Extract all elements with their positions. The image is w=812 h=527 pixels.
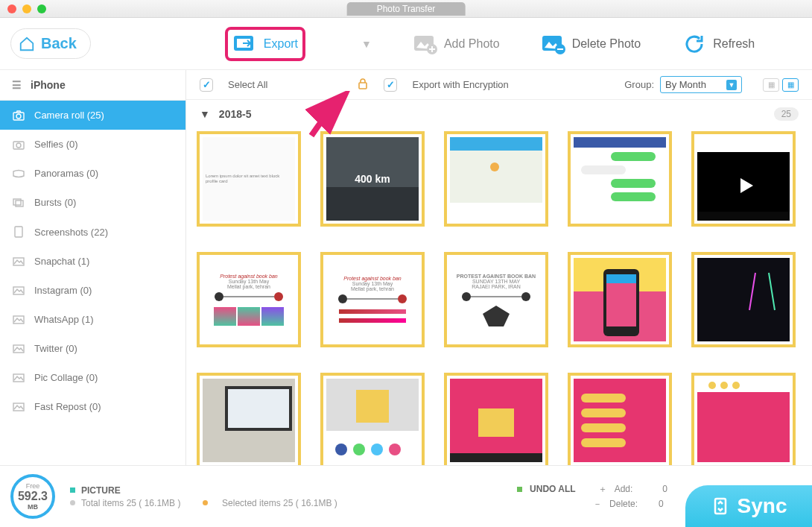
sidebar-item-bursts[interactable]: Bursts (0) xyxy=(0,188,185,217)
photo-thumb[interactable]: Lorem ipsum dolor sit amet text block pr… xyxy=(197,131,301,227)
minimize-icon[interactable] xyxy=(22,4,31,13)
dot-icon xyxy=(70,487,75,493)
thumb-km-label: 400 km xyxy=(355,173,390,185)
free-space-ring: Free 592.3 MB xyxy=(10,474,55,519)
sidebar-item-camera-roll[interactable]: Camera roll (25) xyxy=(0,101,185,130)
export-highlight: Export xyxy=(225,27,305,61)
add-label: Add: xyxy=(615,484,633,494)
svg-point-7 xyxy=(16,114,21,119)
export-dropdown-caret[interactable]: ▼ xyxy=(361,38,372,50)
photo-thumb[interactable] xyxy=(691,131,796,227)
delete-value: 0 xyxy=(659,499,664,509)
footer-stats-left: PICTURE Total items 25 ( 16.1MB ) Select… xyxy=(70,483,337,511)
sidebar-item-label: Twitter (0) xyxy=(34,343,77,354)
svg-point-22 xyxy=(490,162,499,171)
add-photo-button[interactable]: Add Photo xyxy=(413,33,500,55)
back-button[interactable]: Back xyxy=(10,28,91,59)
svg-point-56 xyxy=(371,444,383,455)
sidebar-item-screenshots[interactable]: Screenshots (22) xyxy=(0,217,185,247)
sidebar-item-twitter[interactable]: Twitter (0) xyxy=(0,334,185,363)
sync-button[interactable]: Sync xyxy=(685,485,812,527)
photo-thumb[interactable] xyxy=(444,373,548,465)
sidebar-item-piccollage[interactable]: Pic Collage (0) xyxy=(0,363,185,392)
sidebar-item-fastrepost[interactable]: Fast Repost (0) xyxy=(0,392,185,421)
photo-thumb[interactable] xyxy=(444,131,548,227)
encryption-label: Export with Encryption xyxy=(412,79,508,90)
view-large-icon[interactable]: ▦ xyxy=(763,78,779,92)
sidebar-device-header: ☰ iPhone xyxy=(0,70,185,101)
main-panel: Select All Export with Encryption Group:… xyxy=(186,70,812,465)
dot-icon xyxy=(203,500,208,505)
sidebar-item-selfies[interactable]: Selfies (0) xyxy=(0,130,185,159)
svg-point-54 xyxy=(335,444,347,455)
photo-thumb[interactable] xyxy=(568,131,672,227)
collapse-icon: ▼ xyxy=(200,108,210,120)
album-icon xyxy=(12,344,25,353)
photo-thumb[interactable]: PROTEST AGAINST BOOK BANSUNDAY 13TH MAYR… xyxy=(444,252,548,347)
svg-point-69 xyxy=(720,382,728,389)
svg-marker-41 xyxy=(483,306,510,326)
sidebar-item-instagram[interactable]: Instagram (0) xyxy=(0,276,185,305)
sync-icon xyxy=(711,496,730,516)
svg-rect-64 xyxy=(581,423,626,432)
photo-thumb[interactable] xyxy=(691,373,796,465)
svg-rect-29 xyxy=(697,137,790,152)
section-count: 25 xyxy=(774,107,799,121)
sidebar-item-label: Fast Repost (0) xyxy=(34,401,101,412)
undo-all-button[interactable]: UNDO ALL xyxy=(530,484,576,494)
delete-photo-button[interactable]: Delete Photo xyxy=(541,33,641,55)
footer-stats-right: UNDO ALL ＋ Add: 0 － Delete: 0 xyxy=(517,481,667,513)
photo-thumb[interactable]: 400 km xyxy=(320,131,425,227)
camera-icon xyxy=(12,110,25,121)
add-photo-label: Add Photo xyxy=(444,37,500,51)
traffic-lights xyxy=(7,4,46,13)
svg-rect-61 xyxy=(574,379,666,462)
svg-point-37 xyxy=(398,294,407,303)
close-icon[interactable] xyxy=(7,4,16,13)
sidebar-item-label: Screenshots (22) xyxy=(34,227,108,238)
photo-thumb[interactable] xyxy=(568,373,672,465)
photo-thumb[interactable]: Protest against book banSunday 13th MayM… xyxy=(320,252,425,347)
album-icon xyxy=(12,286,25,295)
svg-rect-52 xyxy=(356,390,389,423)
photo-thumb[interactable]: Protest against book banSunday 13th MayM… xyxy=(197,252,301,347)
select-all-checkbox[interactable] xyxy=(200,78,213,92)
encryption-checkbox[interactable] xyxy=(384,78,397,92)
sidebar-item-label: WhatsApp (1) xyxy=(34,314,93,325)
svg-rect-63 xyxy=(581,408,626,417)
group-select[interactable]: By Month ▼ xyxy=(660,76,742,93)
svg-rect-44 xyxy=(606,274,636,283)
sidebar-item-snapchat[interactable]: Snapchat (1) xyxy=(0,247,185,276)
svg-point-57 xyxy=(389,444,401,455)
device-icon: ☰ xyxy=(12,79,22,91)
svg-rect-23 xyxy=(450,203,542,221)
sidebar-item-whatsapp[interactable]: WhatsApp (1) xyxy=(0,305,185,334)
svg-rect-12 xyxy=(15,227,22,237)
photo-thumb[interactable] xyxy=(568,252,672,347)
export-button[interactable]: Export xyxy=(232,33,298,55)
svg-rect-20 xyxy=(450,137,542,151)
free-unit: MB xyxy=(28,503,38,511)
sidebar-item-panoramas[interactable]: Panoramas (0) xyxy=(0,159,185,188)
toolbar: Back Export ▼ Add Photo Delete Photo xyxy=(0,18,812,70)
svg-rect-62 xyxy=(581,394,626,403)
maximize-icon[interactable] xyxy=(37,4,46,13)
section-title: 2018-5 xyxy=(219,108,252,120)
photo-thumb[interactable] xyxy=(691,252,796,347)
photo-thumb[interactable] xyxy=(320,373,425,465)
free-label: Free xyxy=(26,482,40,490)
photo-grid[interactable]: Lorem ipsum dolor sit amet text block pr… xyxy=(186,128,812,465)
svg-point-40 xyxy=(521,292,530,301)
photo-thumb[interactable] xyxy=(197,373,301,465)
home-icon xyxy=(19,36,35,52)
total-items-label: Total items 25 ( 16.1MB ) xyxy=(81,498,180,508)
sidebar-item-label: Snapchat (1) xyxy=(34,256,89,267)
toolbar-actions: Export ▼ Add Photo Delete Photo Refresh xyxy=(225,27,755,61)
add-photo-icon xyxy=(413,33,438,55)
view-small-icon[interactable]: ▦ xyxy=(782,78,799,92)
screenshot-icon xyxy=(12,226,25,238)
refresh-button[interactable]: Refresh xyxy=(682,33,755,55)
svg-rect-25 xyxy=(611,152,656,161)
sidebar-item-label: Bursts (0) xyxy=(34,197,76,208)
section-header[interactable]: ▼ 2018-5 25 xyxy=(186,100,812,128)
